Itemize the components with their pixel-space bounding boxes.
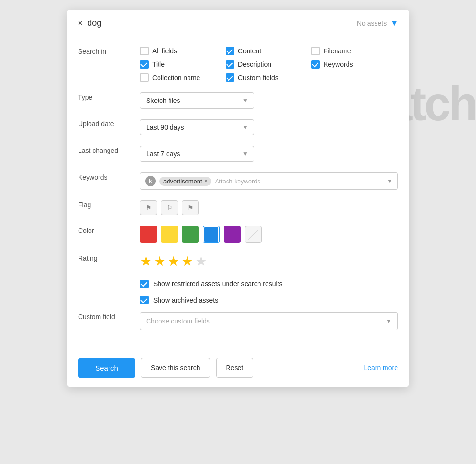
show-archived-row[interactable]: Show archived assets	[140, 296, 398, 304]
flag-filled-icon: ⚑	[188, 204, 194, 212]
checkbox-label-custom-fields: Custom fields	[238, 74, 278, 81]
checkbox-box-all-fields	[140, 47, 149, 55]
rating-label: Rating	[78, 253, 140, 262]
checkbox-label-title: Title	[152, 61, 165, 68]
checkbox-label-collection-name: Collection name	[152, 74, 200, 81]
custom-field-label: Custom field	[78, 312, 140, 321]
keywords-label: Keywords	[78, 172, 140, 181]
color-swatch-red[interactable]	[140, 226, 157, 243]
custom-field-arrow-icon: ▼	[386, 318, 392, 324]
checkbox-content[interactable]: Content	[226, 47, 311, 55]
flag-content: ⚑ ⚐ ⚑	[140, 200, 398, 215]
flag-label: Flag	[78, 200, 140, 209]
upload-date-label: Upload date	[78, 119, 140, 128]
keyword-tag-label: advertisement	[163, 178, 202, 185]
reset-button[interactable]: Reset	[216, 358, 254, 378]
checkbox-box-collection-name	[140, 73, 149, 82]
keyword-remove-button[interactable]: ×	[204, 178, 208, 184]
type-arrow-icon: ▼	[242, 97, 248, 104]
keywords-field[interactable]: k advertisement × Attach keywords ▼	[140, 172, 398, 190]
checkbox-box-custom-fields	[226, 73, 234, 82]
checkbox-custom-fields[interactable]: Custom fields	[226, 73, 311, 82]
keywords-arrow-icon: ▼	[387, 178, 393, 184]
checkbox-filename[interactable]: Filename	[311, 47, 397, 55]
checkbox-box-restricted	[140, 280, 149, 288]
close-button[interactable]: ×	[78, 20, 82, 27]
save-search-button[interactable]: Save this search	[141, 358, 210, 378]
search-filter-panel: × dog No assets ▼ Search in All fields	[67, 10, 409, 387]
checkbox-box-keywords	[311, 60, 320, 69]
color-content	[140, 226, 398, 243]
color-swatch-none[interactable]	[245, 226, 262, 243]
show-restricted-row[interactable]: Show restricted assets under search resu…	[140, 280, 398, 288]
no-assets-label: No assets	[357, 20, 387, 27]
keywords-content: k advertisement × Attach keywords ▼	[140, 172, 398, 190]
upload-date-value: Last 90 days	[146, 123, 184, 131]
flag-outline-button[interactable]: ⚐	[161, 200, 178, 215]
custom-field-content: Choose custom fields ▼	[140, 312, 398, 330]
color-none-line	[248, 230, 258, 240]
color-swatch-green[interactable]	[182, 226, 199, 243]
last-changed-content: Last 7 days ▼	[140, 146, 398, 162]
checkbox-collection-name[interactable]: Collection name	[140, 73, 226, 82]
search-in-row: Search in All fields Content	[78, 47, 398, 82]
header-right: No assets ▼	[357, 19, 398, 28]
flag-filled-button[interactable]: ⚑	[182, 200, 199, 215]
flag-no-flag-button[interactable]: ⚑	[140, 200, 157, 215]
learn-more-button[interactable]: Learn more	[364, 364, 398, 372]
upload-date-row: Upload date Last 90 days ▼	[78, 119, 398, 135]
custom-field-placeholder: Choose custom fields	[146, 317, 210, 325]
filter-icon[interactable]: ▼	[390, 19, 398, 28]
checkbox-box-filename	[311, 47, 320, 55]
panel-footer: Search Save this search Reset Learn more	[67, 350, 409, 387]
checkbox-all-fields[interactable]: All fields	[140, 47, 226, 55]
type-select[interactable]: Sketch files ▼	[140, 92, 254, 109]
type-label: Type	[78, 92, 140, 101]
checkbox-box-archived	[140, 296, 149, 304]
checkbox-title[interactable]: Title	[140, 60, 226, 69]
search-button[interactable]: Search	[78, 358, 135, 378]
star-3[interactable]: ★	[168, 253, 179, 269]
checkbox-box-title	[140, 60, 149, 69]
header-left: × dog	[78, 18, 101, 28]
search-in-label: Search in	[78, 47, 140, 55]
star-2[interactable]: ★	[154, 253, 166, 269]
last-changed-select[interactable]: Last 7 days ▼	[140, 146, 254, 162]
checkbox-label-content: Content	[238, 47, 261, 55]
checkbox-keywords[interactable]: Keywords	[311, 60, 397, 69]
checkbox-box-content	[226, 47, 234, 55]
custom-field-row: Custom field Choose custom fields ▼	[78, 312, 398, 330]
keywords-row: Keywords k advertisement × Attach keywor…	[78, 172, 398, 190]
checkbox-label-archived: Show archived assets	[153, 296, 218, 304]
color-label: Color	[78, 226, 140, 234]
color-row: Color	[78, 226, 398, 243]
last-changed-label: Last changed	[78, 146, 140, 154]
checkbox-description[interactable]: Description	[226, 60, 311, 69]
custom-field-select[interactable]: Choose custom fields ▼	[140, 312, 398, 330]
rating-content: ★ ★ ★ ★ ★	[140, 253, 398, 269]
checkbox-label-description: Description	[238, 61, 271, 68]
color-swatch-purple[interactable]	[224, 226, 241, 243]
checkbox-label-all-fields: All fields	[152, 47, 177, 55]
star-1[interactable]: ★	[140, 253, 152, 269]
type-row: Type Sketch files ▼	[78, 92, 398, 109]
search-in-checkboxes: All fields Content Filename	[140, 47, 398, 82]
last-changed-row: Last changed Last 7 days ▼	[78, 146, 398, 162]
checkbox-box-description	[226, 60, 234, 69]
flag-outline-icon: ⚐	[167, 204, 173, 212]
search-query-text: dog	[87, 18, 101, 28]
color-swatch-yellow[interactable]	[161, 226, 178, 243]
no-flag-icon: ⚑	[146, 204, 152, 212]
panel-body: Search in All fields Content	[67, 35, 409, 350]
type-content: Sketch files ▼	[140, 92, 398, 109]
keyword-badge: k	[145, 176, 156, 186]
keyword-tag-advertisement: advertisement ×	[159, 177, 211, 186]
upload-date-select[interactable]: Last 90 days ▼	[140, 119, 254, 135]
checkbox-label-filename: Filename	[324, 47, 351, 55]
last-changed-value: Last 7 days	[146, 150, 180, 158]
star-4[interactable]: ★	[181, 253, 193, 269]
star-5[interactable]: ★	[195, 253, 207, 269]
upload-date-arrow-icon: ▼	[242, 124, 248, 131]
checkbox-label-keywords: Keywords	[324, 61, 353, 68]
color-swatch-blue[interactable]	[203, 226, 220, 243]
